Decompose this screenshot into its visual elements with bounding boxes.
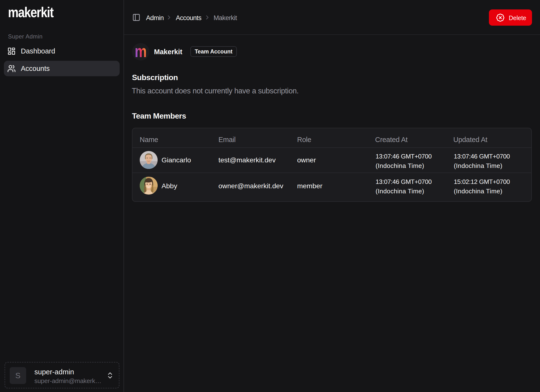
- svg-text:m: m: [135, 43, 147, 60]
